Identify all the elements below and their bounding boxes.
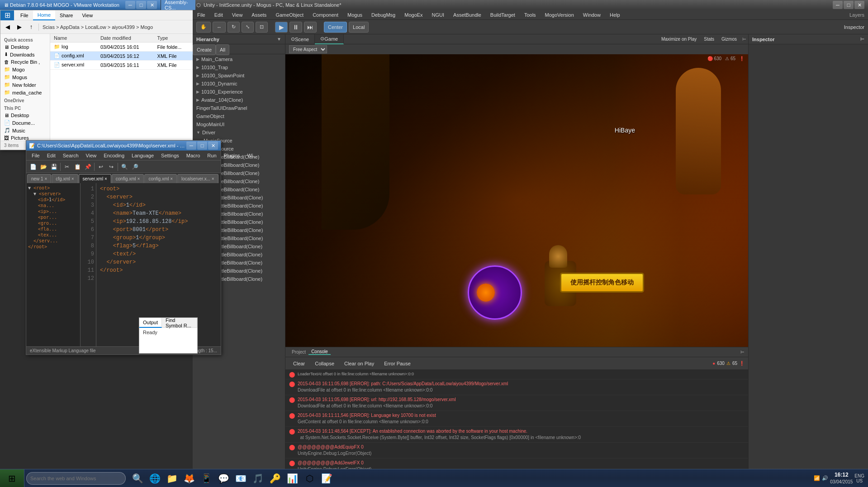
tree-root[interactable]: ▼ <root> xyxy=(28,185,78,191)
h-dynamic[interactable]: ▶10100_Dynamic xyxy=(193,80,285,88)
console-entry-loader[interactable]: ⬤ LoaderTextAt offset 0 in file:line:col… xyxy=(285,370,748,379)
redo-btn[interactable]: ↪ xyxy=(106,162,116,172)
sidebar-item-mediacache[interactable]: 📁media_cache xyxy=(0,89,50,96)
local-btn[interactable]: Local xyxy=(349,22,369,33)
move-tool-btn[interactable]: ↔ xyxy=(213,22,226,33)
center-btn[interactable]: Center xyxy=(324,22,347,33)
collapse-btn[interactable]: Collapse xyxy=(311,359,338,369)
clear-on-play-btn[interactable]: Clear on Play xyxy=(340,359,378,369)
up-btn[interactable]: ↑ xyxy=(26,22,37,33)
taskbar-unity[interactable]: ⬡ xyxy=(301,470,318,487)
tree-flag[interactable]: <fla... xyxy=(28,226,78,232)
h-driver[interactable]: ▼Driver xyxy=(193,128,285,137)
tree-text[interactable]: <tex... xyxy=(28,232,78,238)
menu-window[interactable]: Window xyxy=(579,10,605,20)
clear-btn[interactable]: Clear xyxy=(289,359,309,369)
pause-btn[interactable]: ⏸ xyxy=(289,22,302,33)
menu-language[interactable]: Language xyxy=(128,151,157,161)
menu-mogoversion[interactable]: MogoVersion xyxy=(541,10,579,20)
console-entry-5[interactable]: ⬤ @@@@@@@@AddJewelFX 0UnityEngine.Debug:… xyxy=(285,459,748,469)
hand-tool-btn[interactable]: ✋ xyxy=(196,22,211,33)
collapse-icon[interactable]: ▼ xyxy=(277,37,281,42)
step-btn[interactable]: ⏭ xyxy=(304,22,317,33)
taskbar-filezilla[interactable]: 🔑 xyxy=(267,470,283,487)
menu-help[interactable]: Help xyxy=(605,10,625,20)
ribbon-tab-home[interactable]: Home xyxy=(33,10,55,20)
file-row-config[interactable]: 📄 config.xml 03/04/2015 16:12 XML File xyxy=(50,52,193,61)
error-pause-btn[interactable]: Error Pause xyxy=(380,359,415,369)
menu-buildtarget[interactable]: BuildTarget xyxy=(486,10,520,20)
find-symbol-tab[interactable]: Find Symbol R... xyxy=(162,318,197,328)
tab-cfg[interactable]: cfg.xml × xyxy=(52,174,78,183)
tab-config2[interactable]: config.xml × xyxy=(144,174,177,183)
menu-search[interactable]: Search xyxy=(59,151,82,161)
notepad-maximize[interactable]: □ xyxy=(197,142,207,150)
col-date[interactable]: Date modified xyxy=(97,34,154,43)
copy-btn[interactable]: 📋 xyxy=(72,162,82,172)
collapse-btn[interactable]: ⊢ xyxy=(740,37,748,42)
tree-root-close[interactable]: </root> xyxy=(28,244,78,250)
taskbar-music[interactable]: 🎵 xyxy=(250,470,266,487)
menu-mogus[interactable]: Mogus xyxy=(343,10,367,20)
forward-btn[interactable]: ▶ xyxy=(14,22,25,33)
menu-wi[interactable]: Wi... xyxy=(244,151,261,161)
tree-id[interactable]: <id>1</id> xyxy=(28,197,78,203)
close-btn[interactable]: ✕ xyxy=(147,1,157,9)
rect-tool-btn[interactable]: ⊡ xyxy=(256,22,268,33)
tree-server-close[interactable]: </serv... xyxy=(28,238,78,244)
console-entry-2[interactable]: ⬤ 2015-04-03 16:11:11,546 [ERROR]: Langu… xyxy=(285,411,748,427)
h-main-camera[interactable]: ▶Main_Camera xyxy=(193,55,285,63)
cut-btn[interactable]: ✂ xyxy=(62,162,72,172)
ribbon-tab-view[interactable]: View xyxy=(77,10,97,20)
maximize-btn[interactable]: □ xyxy=(136,1,146,9)
console-entry-0[interactable]: ⬤ 2015-04-03 16:11:05,698 [ERROR]: path:… xyxy=(285,379,748,395)
menu-view[interactable]: View xyxy=(228,10,247,20)
scale-tool-btn[interactable]: ⤡ xyxy=(242,22,254,33)
tree-group[interactable]: <gro... xyxy=(28,220,78,226)
sidebar-item-music[interactable]: 🎵Music xyxy=(0,127,50,134)
h-mogomainui[interactable]: MogoMainUI xyxy=(193,120,285,128)
console-tab[interactable]: Console xyxy=(308,349,331,355)
h-spawn[interactable]: ▶10100_SpawnPoint xyxy=(193,71,285,80)
save-btn[interactable]: 💾 xyxy=(49,162,59,172)
maximize-on-play[interactable]: Maximize on Play xyxy=(658,37,700,42)
menu-mogoex[interactable]: MogoEx xyxy=(400,10,427,20)
hud-button[interactable]: 使用摇杆控制角色移动 xyxy=(560,273,644,293)
h-finger[interactable]: FingerTailUIDrawPanel xyxy=(193,104,285,112)
tab-server[interactable]: server.xml × xyxy=(79,174,111,183)
unity-maximize[interactable]: □ xyxy=(844,1,854,9)
notepad-close[interactable]: ✕ xyxy=(208,142,218,150)
rotate-tool-btn[interactable]: ↻ xyxy=(228,22,240,33)
taskbar-explorer[interactable]: 📁 xyxy=(164,470,180,487)
menu-file[interactable]: File xyxy=(193,10,210,20)
taskbar-mail[interactable]: 📧 xyxy=(232,470,249,487)
scene-tab[interactable]: ⊙ Scene xyxy=(285,34,315,44)
taskbar-search-input[interactable] xyxy=(26,472,126,485)
sidebar-item-newfolder[interactable]: 📁New folder xyxy=(0,81,50,89)
unity-close[interactable]: ✕ xyxy=(854,1,864,9)
back-btn[interactable]: ◀ xyxy=(2,22,13,33)
start-button[interactable]: ⊞ xyxy=(0,469,24,487)
sidebar-item-pictures[interactable]: 🖼Pictures xyxy=(0,134,50,141)
menu-macro[interactable]: Macro xyxy=(183,151,204,161)
sidebar-item-mogo[interactable]: 📁Mogo xyxy=(0,66,50,73)
undo-btn[interactable]: ↩ xyxy=(96,162,106,172)
console-entry-1[interactable]: ⬤ 2015-04-03 16:11:05,698 [ERROR]: url: … xyxy=(285,395,748,411)
taskbar-notepad[interactable]: 📝 xyxy=(318,470,335,487)
taskbar-cortana[interactable]: 🔍 xyxy=(129,470,146,487)
notepad-minimize[interactable]: ─ xyxy=(186,142,196,150)
tab-new1[interactable]: new 1 × xyxy=(27,174,51,183)
tree-server[interactable]: ▼ <server> xyxy=(28,191,78,197)
taskbar-skype[interactable]: 💬 xyxy=(215,470,232,487)
sidebar-item-downloads[interactable]: ⬇Downloads xyxy=(0,51,50,58)
play-btn[interactable]: ▶ xyxy=(275,22,288,33)
tree-name[interactable]: <na... xyxy=(28,203,78,208)
console-entry-3[interactable]: ⬤ 2015-04-03 16:11:48,564 [EXCEPT]: An e… xyxy=(285,427,748,443)
all-btn[interactable]: All xyxy=(216,44,229,55)
file-row-log[interactable]: 📁 log 03/04/2015 16:01 File folde... xyxy=(50,43,193,52)
game-tab[interactable]: ⊙ Game xyxy=(315,34,344,44)
unity-minimize[interactable]: ─ xyxy=(833,1,843,9)
taskbar-firefox[interactable]: 🦊 xyxy=(181,470,197,487)
tree-ip[interactable]: <ip>... xyxy=(28,208,78,214)
paste-btn[interactable]: 📌 xyxy=(83,162,93,172)
